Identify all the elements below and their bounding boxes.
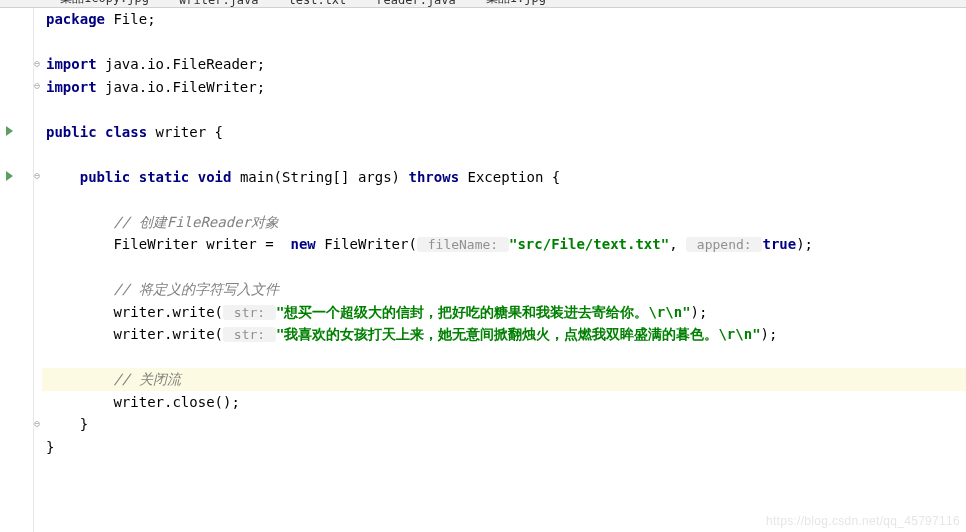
param-hint: append: [686, 237, 762, 252]
code-text: FileWriter( [316, 236, 417, 252]
tab-file[interactable]: reader.java [376, 0, 455, 7]
keyword: static [130, 169, 189, 185]
fold-toggle-icon[interactable]: ⊖ [34, 75, 40, 98]
tab-file[interactable]: 集品1.jpg [486, 0, 546, 7]
keyword: package [46, 11, 105, 27]
keyword: class [97, 124, 148, 140]
keyword: void [189, 169, 231, 185]
code-text: writer { [147, 124, 223, 140]
keyword: public [46, 124, 97, 140]
code-text: , [669, 236, 686, 252]
code-text: java.io.FileWriter; [97, 79, 266, 95]
tab-file-active[interactable]: writer.java [179, 0, 258, 7]
param-hint: str: [223, 305, 276, 320]
tab-file[interactable]: 集品1copy.jpg [60, 0, 149, 7]
code-text: writer.write( [113, 304, 223, 320]
code-text: Exception { [459, 169, 560, 185]
brace: } [46, 439, 54, 455]
fold-toggle-icon[interactable]: ⊖ [34, 53, 40, 76]
keyword: throws [408, 169, 459, 185]
code-text: main(String[] args) [231, 169, 408, 185]
watermark-text: https://blog.csdn.net/qq_45797116 [766, 514, 960, 528]
editor-tabs: 集品1copy.jpg writer.java test.txt reader.… [0, 0, 966, 8]
fold-toggle-icon[interactable]: ⊖ [34, 165, 40, 188]
code-text: java.io.FileReader; [97, 56, 266, 72]
brace: } [80, 416, 88, 432]
fold-column: ⊖ ⊖ ⊖ ⊖ [34, 8, 42, 532]
gutter [0, 8, 34, 532]
code-text: writer.close(); [113, 394, 239, 410]
string-literal: "src/File/text.txt" [509, 236, 669, 252]
tab-file[interactable]: test.txt [289, 0, 347, 7]
run-gutter-icon[interactable] [6, 171, 13, 181]
code-text: FileWriter writer = [113, 236, 290, 252]
code-text: ); [796, 236, 813, 252]
code-text: ); [691, 304, 708, 320]
code-text: File; [105, 11, 156, 27]
comment: // 关闭流 [113, 371, 180, 387]
keyword: new [290, 236, 315, 252]
keyword: import [46, 56, 97, 72]
keyword: true [762, 236, 796, 252]
code-text: ); [761, 326, 778, 342]
param-hint: fileName: [417, 237, 509, 252]
fold-end-icon[interactable]: ⊖ [34, 413, 40, 436]
keyword: import [46, 79, 97, 95]
keyword: public [80, 169, 131, 185]
param-hint: str: [223, 327, 276, 342]
code-editor[interactable]: package File; import java.io.FileReader;… [42, 8, 966, 532]
code-text: writer.write( [113, 326, 223, 342]
string-literal: "想买一个超级大的信封，把好吃的糖果和我装进去寄给你。\r\n" [276, 304, 691, 320]
run-gutter-icon[interactable] [6, 126, 13, 136]
comment: // 将定义的字符写入文件 [113, 281, 278, 297]
comment: // 创建FileReader对象 [113, 214, 279, 230]
string-literal: "我喜欢的女孩打天上来，她无意间掀翻烛火，点燃我双眸盛满的暮色。\r\n" [276, 326, 761, 342]
